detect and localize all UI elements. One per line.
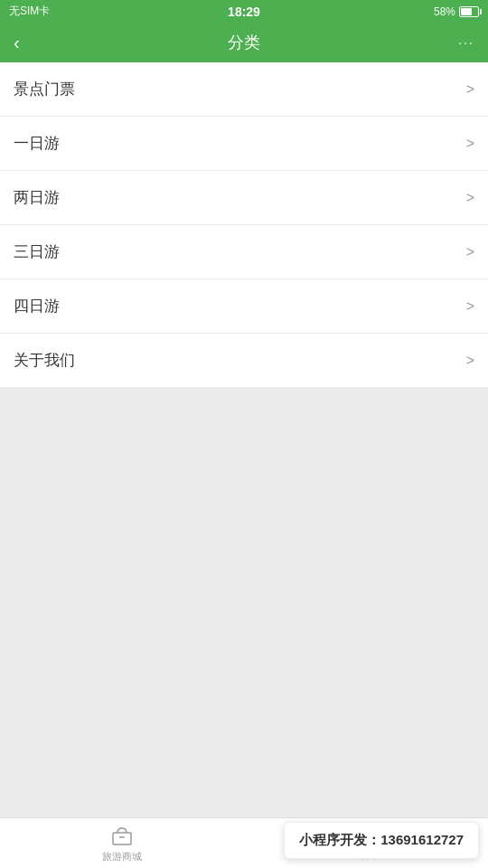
tab-label-shop: 旅游商城 [102, 850, 142, 863]
menu-label-four-day: 四日游 [14, 296, 60, 316]
more-button[interactable]: ··· [458, 35, 474, 50]
content-wrapper: 景点门票 > 一日游 > 两日游 > 三日游 > 四日游 > 关于我们 > [0, 62, 488, 817]
menu-list: 景点门票 > 一日游 > 两日游 > 三日游 > 四日游 > 关于我们 > [0, 62, 488, 388]
svg-rect-0 [113, 833, 131, 844]
back-button[interactable]: ‹ [14, 33, 41, 53]
menu-label-about-us: 关于我们 [14, 350, 75, 371]
battery-percent: 58% [434, 5, 455, 18]
menu-arrow-three-day: > [466, 244, 474, 260]
status-time: 18:29 [228, 5, 260, 19]
menu-item-about-us[interactable]: 关于我们 > [0, 334, 488, 388]
menu-label-two-day: 两日游 [14, 187, 60, 208]
menu-arrow-scenic: > [466, 81, 474, 98]
menu-item-scenic[interactable]: 景点门票 > [0, 62, 488, 117]
menu-item-two-day[interactable]: 两日游 > [0, 171, 488, 225]
menu-arrow-four-day: > [466, 298, 474, 315]
status-right-group: 58% [434, 5, 479, 18]
empty-area [0, 388, 488, 817]
promo-overlay: 小程序开发：13691612727 [284, 822, 479, 859]
menu-arrow-two-day: > [466, 190, 474, 206]
tab-item-shop[interactable]: 旅游商城 [0, 818, 244, 868]
menu-item-three-day[interactable]: 三日游 > [0, 225, 488, 279]
menu-arrow-about-us: > [466, 353, 474, 369]
menu-label-one-day: 一日游 [14, 133, 60, 154]
carrier-text: 无SIM卡 [9, 4, 50, 19]
battery-icon [459, 6, 479, 17]
shop-icon [110, 824, 134, 847]
menu-label-scenic: 景点门票 [14, 79, 75, 99]
menu-arrow-one-day: > [466, 136, 474, 152]
nav-title: 分类 [228, 32, 260, 53]
promo-text: 小程序开发：13691612727 [299, 832, 464, 847]
menu-item-one-day[interactable]: 一日游 > [0, 117, 488, 171]
menu-label-three-day: 三日游 [14, 241, 60, 262]
status-bar: 无SIM卡 18:29 58% [0, 0, 488, 23]
nav-bar: ‹ 分类 ··· [0, 23, 488, 62]
menu-item-four-day[interactable]: 四日游 > [0, 279, 488, 334]
